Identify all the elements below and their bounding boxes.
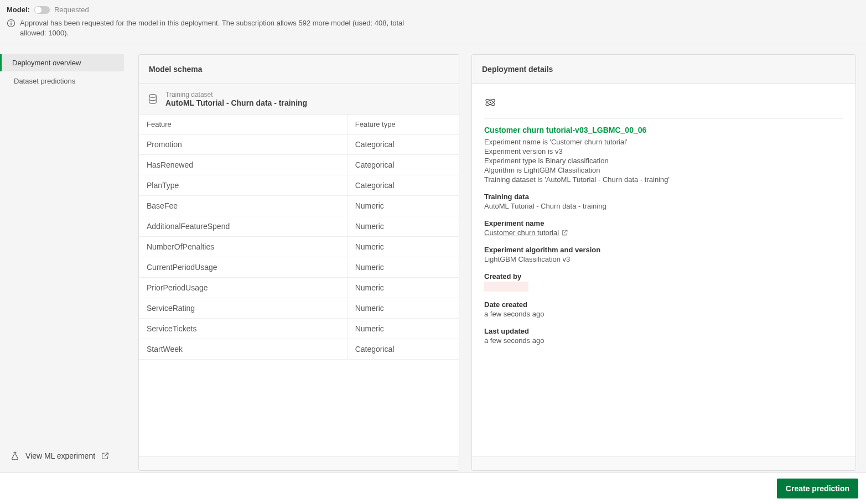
feature-name: AdditionalFeatureSpend: [139, 216, 347, 236]
algorithm-value: LightGBM Classification v3: [484, 255, 843, 263]
feature-name: CurrentPeriodUsage: [139, 257, 347, 277]
view-ml-experiment-link[interactable]: View ML experiment: [10, 451, 121, 461]
footer-bar: Create prediction: [0, 472, 866, 504]
database-icon: [147, 93, 159, 105]
summary-line: Experiment name is 'Customer churn tutor…: [484, 138, 843, 146]
col-feature-header: Feature: [139, 115, 347, 134]
svg-rect-2: [11, 21, 11, 22]
table-row: ServiceRatingNumeric: [139, 298, 459, 319]
created-by-label: Created by: [484, 272, 843, 280]
toggle-knob: [35, 7, 42, 13]
table-row: NumberOfPenaltiesNumeric: [139, 237, 459, 257]
feature-name: BaseFee: [139, 196, 347, 216]
algorithm-label: Experiment algorithm and version: [484, 246, 843, 254]
summary-line: Training dataset is 'AutoML Tutorial - C…: [484, 175, 843, 184]
external-link-icon: [561, 229, 568, 236]
training-data-value: AutoML Tutorial - Churn data - training: [484, 202, 843, 210]
external-link-icon: [101, 451, 110, 460]
feature-name: HasRenewed: [139, 155, 347, 175]
svg-rect-1: [11, 23, 11, 25]
approval-status: Requested: [54, 6, 89, 14]
feature-type: Categorical: [347, 155, 459, 175]
info-icon: [7, 19, 15, 28]
table-row: ServiceTicketsNumeric: [139, 319, 459, 339]
feature-name: NumberOfPenalties: [139, 237, 347, 257]
sidebar-item-dataset-predictions[interactable]: Dataset predictions: [4, 72, 124, 90]
svg-point-6: [490, 102, 491, 103]
created-by-value: [484, 282, 528, 292]
feature-name: StartWeek: [139, 339, 347, 359]
table-row: PriorPeriodUsageNumeric: [139, 278, 459, 298]
model-schema-panel: Model schema Training dataset AutoML Tut…: [138, 54, 459, 471]
feature-name: ServiceRating: [139, 298, 347, 318]
svg-point-3: [149, 95, 157, 98]
table-row: BaseFeeNumeric: [139, 196, 459, 216]
sidebar: Deployment overviewDataset predictions V…: [0, 44, 128, 471]
last-updated-value: a few seconds ago: [484, 336, 843, 345]
feature-type: Numeric: [347, 237, 459, 257]
feature-type: Categorical: [347, 339, 459, 359]
feature-name: ServiceTickets: [139, 319, 347, 339]
feature-type: Categorical: [347, 134, 459, 154]
feature-type: Categorical: [347, 175, 459, 195]
deployment-details-title: Deployment details: [472, 55, 855, 84]
training-data-label: Training data: [484, 193, 843, 201]
deployment-details-panel: Deployment details Customer churn tutori…: [471, 54, 856, 471]
training-dataset-label: Training dataset: [165, 91, 307, 98]
table-row: PromotionCategorical: [139, 134, 459, 155]
details-footer: [472, 456, 855, 470]
feature-type: Numeric: [347, 257, 459, 277]
experiment-name-link[interactable]: Customer churn tutorial: [484, 228, 568, 237]
feature-name: PriorPeriodUsage: [139, 278, 347, 298]
table-row: PlanTypeCategorical: [139, 175, 459, 196]
feature-type: Numeric: [347, 319, 459, 339]
table-row: StartWeekCategorical: [139, 339, 459, 360]
view-ml-experiment-label: View ML experiment: [25, 451, 95, 460]
model-name-link[interactable]: Customer churn tutorial-v03_LGBMC_00_06: [484, 126, 843, 134]
summary-line: Experiment type is Binary classification: [484, 157, 843, 165]
create-prediction-button[interactable]: Create prediction: [777, 479, 858, 498]
feature-type: Numeric: [347, 298, 459, 318]
col-type-header: Feature type: [347, 115, 459, 134]
flask-icon: [10, 451, 20, 461]
feature-name: PlanType: [139, 175, 347, 195]
schema-table-header: Feature Feature type: [139, 115, 459, 134]
experiment-name-label: Experiment name: [484, 219, 843, 227]
experiment-name-value: Customer churn tutorial: [484, 228, 559, 237]
approval-info-text: Approval has been requested for the mode…: [20, 18, 405, 38]
feature-type: Numeric: [347, 278, 459, 298]
summary-line: Experiment version is v3: [484, 147, 843, 155]
table-row: HasRenewedCategorical: [139, 155, 459, 175]
schema-footer: [139, 456, 459, 470]
approval-toggle[interactable]: [34, 6, 50, 14]
model-label: Model:: [7, 6, 30, 14]
feature-name: Promotion: [139, 134, 347, 154]
topbar: Model: Requested Approval has been reque…: [0, 0, 866, 44]
date-created-value: a few seconds ago: [484, 310, 843, 318]
schema-table-body: PromotionCategoricalHasRenewedCategorica…: [139, 134, 459, 456]
table-row: AdditionalFeatureSpendNumeric: [139, 216, 459, 237]
summary-line: Algorithm is LightGBM Classification: [484, 166, 843, 174]
model-schema-title: Model schema: [139, 55, 459, 84]
sidebar-item-deployment-overview[interactable]: Deployment overview: [0, 54, 124, 71]
approval-info: Approval has been requested for the mode…: [7, 18, 405, 38]
training-dataset-name: AutoML Tutorial - Churn data - training: [165, 98, 307, 107]
last-updated-label: Last updated: [484, 327, 843, 335]
table-row: CurrentPeriodUsageNumeric: [139, 257, 459, 278]
feature-type: Numeric: [347, 196, 459, 216]
feature-type: Numeric: [347, 216, 459, 236]
atom-icon: [484, 96, 496, 108]
date-created-label: Date created: [484, 300, 843, 309]
